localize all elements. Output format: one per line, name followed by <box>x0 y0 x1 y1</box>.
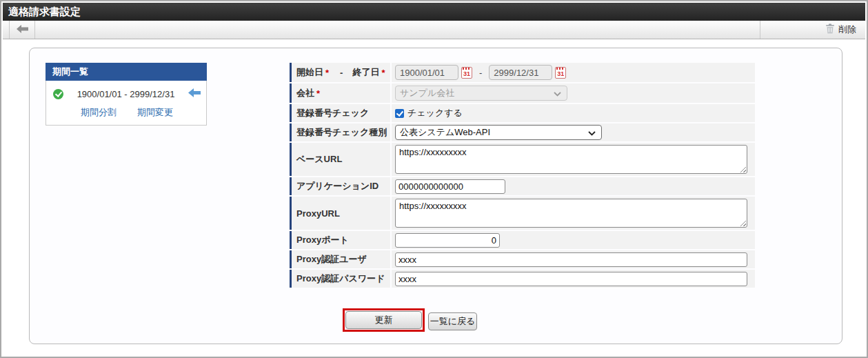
period-list-title: 期間一覧 <box>46 63 207 81</box>
page: 適格請求書設定 削除 <box>0 0 868 358</box>
period-change-link[interactable]: 期間変更 <box>137 106 173 119</box>
app-id-field <box>392 177 755 195</box>
proxy-user-label: Proxy認証ユーザ <box>290 250 390 268</box>
period-list-item: 1900/01/01 - 2999/12/31 <box>53 88 201 100</box>
form-row-dates: 開始日*-終了日* 1900/01/01 31 - 2999/12/31 31 <box>290 63 755 82</box>
chevron-down-icon <box>554 88 561 99</box>
base-url-textarea[interactable]: https://xxxxxxxxx <box>395 145 747 174</box>
form-row-proxy-password: Proxy認証パスワード <box>290 270 755 288</box>
end-date-calendar-icon[interactable]: 31 <box>555 67 566 79</box>
date-range-separator: - <box>479 68 482 78</box>
toolbar-spacer <box>35 21 760 39</box>
toolbar: 削除 <box>3 21 865 39</box>
chevron-down-icon <box>588 128 596 138</box>
period-list-body: 1900/01/01 - 2999/12/31 期間分割 期間変更 <box>46 81 207 126</box>
proxy-password-input[interactable] <box>395 272 747 286</box>
period-separator: - <box>124 89 127 99</box>
period-range: 1900/01/01 - 2999/12/31 <box>63 89 188 99</box>
reg-check-field: チェックする <box>392 104 755 122</box>
form-row-reg-check: 登録番号チェック チェックする <box>290 104 755 122</box>
period-start: 1900/01/01 <box>77 89 122 99</box>
company-select: サンプル会社 <box>395 86 567 101</box>
proxy-url-textarea[interactable]: https://xxxxxxxxx <box>395 199 747 228</box>
reg-check-type-select[interactable]: 公表システムWeb-API <box>395 125 602 140</box>
period-split-link[interactable]: 期間分割 <box>81 106 117 119</box>
proxy-url-label: ProxyURL <box>290 197 390 230</box>
page-title: 適格請求書設定 <box>3 3 865 21</box>
date-label-separator: - <box>340 68 343 78</box>
dates-field: 1900/01/01 31 - 2999/12/31 31 <box>392 63 755 82</box>
company-select-value: サンプル会社 <box>400 87 454 99</box>
calendar-day-text: 31 <box>463 70 470 78</box>
proxy-user-field <box>392 250 755 268</box>
delete-button[interactable]: 削除 <box>825 23 856 36</box>
update-button-highlight: 更新 <box>343 308 425 332</box>
back-arrow-icon <box>17 23 28 36</box>
period-links: 期間分割 期間変更 <box>53 106 201 119</box>
period-list-panel: 期間一覧 1900/01/01 - 2999/12/31 期間分割 期間変更 <box>46 63 207 126</box>
form-row-company: 会社* サンプル会社 <box>290 83 755 103</box>
base-url-label: ベースURL <box>290 143 390 176</box>
app-id-input[interactable] <box>395 179 505 194</box>
proxy-port-input[interactable] <box>395 233 500 248</box>
invoice-settings-form: 開始日*-終了日* 1900/01/01 31 - 2999/12/31 31 … <box>290 63 755 289</box>
back-to-list-button[interactable]: 一覧に戻る <box>428 312 477 330</box>
proxy-port-label: Proxyポート <box>290 231 390 249</box>
form-row-proxy-url: ProxyURL https://xxxxxxxxx <box>290 197 755 230</box>
back-button[interactable] <box>9 21 35 39</box>
toolbar-right-group: 削除 <box>760 21 865 39</box>
app-id-label: アプリケーションID <box>290 177 390 195</box>
end-date-input: 2999/12/31 <box>489 65 552 80</box>
reg-check-type-label: 登録番号チェック種別 <box>290 123 390 141</box>
select-period-arrow-icon[interactable] <box>188 88 201 100</box>
proxy-url-field: https://xxxxxxxxx <box>392 197 755 230</box>
base-url-field: https://xxxxxxxxx <box>392 143 755 176</box>
content-container: 期間一覧 1900/01/01 - 2999/12/31 期間分割 期間変更 <box>29 48 842 344</box>
end-date-label: 終了日 <box>352 66 379 79</box>
reg-check-checkbox[interactable] <box>395 109 404 118</box>
company-label: 会社* <box>290 83 390 103</box>
form-row-base-url: ベースURL https://xxxxxxxxx <box>290 143 755 176</box>
check-circle-icon <box>53 89 63 99</box>
start-date-input: 1900/01/01 <box>395 65 458 80</box>
update-button[interactable]: 更新 <box>345 311 422 329</box>
company-field: サンプル会社 <box>392 83 755 103</box>
trash-icon <box>825 23 835 36</box>
required-mark: * <box>381 68 385 78</box>
form-row-proxy-port: Proxyポート <box>290 231 755 249</box>
form-row-reg-check-type: 登録番号チェック種別 公表システムWeb-API <box>290 123 755 141</box>
proxy-user-input[interactable] <box>395 252 747 267</box>
proxy-port-field <box>392 231 755 249</box>
reg-check-label: 登録番号チェック <box>290 104 390 122</box>
start-date-calendar-icon[interactable]: 31 <box>461 67 472 79</box>
required-mark: * <box>325 68 329 78</box>
proxy-password-field <box>392 270 755 288</box>
reg-check-type-field: 公表システムWeb-API <box>392 123 755 141</box>
dates-label: 開始日*-終了日* <box>290 63 390 82</box>
calendar-day-text: 31 <box>557 70 564 78</box>
company-label-text: 会社 <box>296 87 314 99</box>
form-row-proxy-user: Proxy認証ユーザ <box>290 250 755 268</box>
required-mark: * <box>316 88 320 99</box>
start-date-label: 開始日 <box>296 66 323 79</box>
period-end: 2999/12/31 <box>130 89 174 99</box>
reg-check-checkbox-label[interactable]: チェックする <box>407 107 463 119</box>
delete-button-label: 削除 <box>838 23 856 36</box>
proxy-password-label: Proxy認証パスワード <box>290 270 390 288</box>
reg-check-type-select-value: 公表システムWeb-API <box>400 126 490 139</box>
form-row-app-id: アプリケーションID <box>290 177 755 195</box>
